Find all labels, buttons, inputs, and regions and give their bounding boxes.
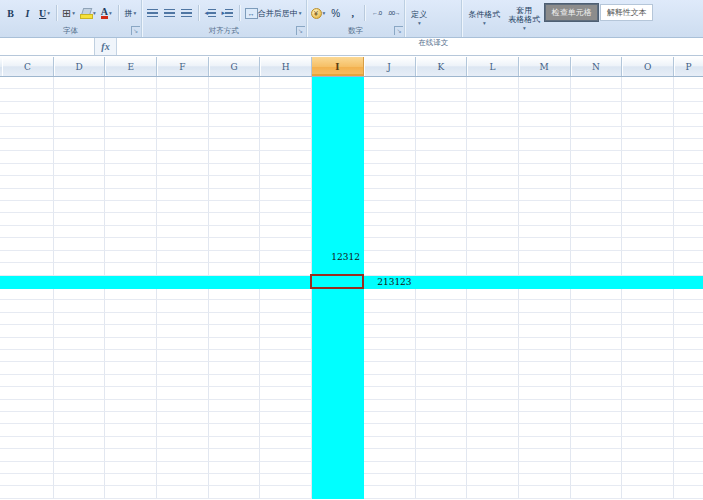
grid-cell[interactable]	[467, 449, 519, 461]
grid-cell[interactable]	[260, 449, 312, 461]
grid-cell[interactable]	[2, 139, 54, 151]
grid-cell[interactable]	[105, 486, 157, 498]
grid-cell[interactable]	[416, 114, 468, 126]
grid-cell[interactable]	[105, 114, 157, 126]
grid-cell[interactable]	[2, 226, 54, 238]
grid-cell[interactable]	[105, 176, 157, 188]
grid-cell[interactable]	[622, 350, 674, 362]
grid-cell[interactable]	[157, 313, 209, 325]
grid-cell[interactable]	[622, 127, 674, 139]
grid-cell[interactable]	[2, 350, 54, 362]
grid-cell[interactable]	[209, 313, 261, 325]
column-header-G[interactable]: G	[209, 57, 261, 76]
grid-cell[interactable]	[571, 89, 623, 101]
grid-cell[interactable]	[209, 412, 261, 424]
grid-cell[interactable]	[519, 486, 571, 498]
grid-cell[interactable]	[519, 189, 571, 201]
grid-cell[interactable]	[416, 238, 468, 250]
grid-cell[interactable]	[54, 77, 106, 89]
grid-cell[interactable]	[674, 164, 703, 176]
grid-cell[interactable]	[209, 151, 261, 163]
grid-cell[interactable]	[105, 77, 157, 89]
grid-cell[interactable]	[519, 400, 571, 412]
grid-cell[interactable]	[364, 251, 416, 263]
grid-cell[interactable]	[54, 486, 106, 498]
grid-cell[interactable]	[519, 176, 571, 188]
grid-cell[interactable]	[260, 102, 312, 114]
conditional-formatting-button[interactable]: 条件格式 ▾	[465, 2, 503, 36]
grid-cell[interactable]	[416, 362, 468, 374]
grid-cell[interactable]	[622, 437, 674, 449]
format-as-table-button[interactable]: 套用 表格格式 ▾	[505, 2, 543, 36]
grid-cell[interactable]	[467, 89, 519, 101]
grid-cell[interactable]	[519, 462, 571, 474]
grid-cell[interactable]	[571, 201, 623, 213]
grid-cell[interactable]	[364, 77, 416, 89]
grid-cell[interactable]	[209, 288, 261, 300]
grid-cell[interactable]	[2, 313, 54, 325]
grid-cell[interactable]	[364, 338, 416, 350]
grid-cell[interactable]	[105, 387, 157, 399]
grid-cell[interactable]	[209, 139, 261, 151]
grid-cell[interactable]	[571, 375, 623, 387]
grid-cell[interactable]	[105, 400, 157, 412]
grid-cell[interactable]	[157, 424, 209, 436]
grid-cell[interactable]	[260, 127, 312, 139]
grid-cell[interactable]	[105, 338, 157, 350]
grid-cell[interactable]	[571, 350, 623, 362]
grid-cell[interactable]	[519, 263, 571, 275]
grid-cell[interactable]	[519, 127, 571, 139]
grid-cell[interactable]	[674, 226, 703, 238]
grid-cell[interactable]	[571, 189, 623, 201]
grid-cell[interactable]	[467, 238, 519, 250]
grid-cell[interactable]	[105, 151, 157, 163]
grid-cell[interactable]	[105, 89, 157, 101]
grid-cell[interactable]	[105, 449, 157, 461]
grid-cell[interactable]	[364, 102, 416, 114]
grid-cell[interactable]	[2, 362, 54, 374]
grid-cell[interactable]	[674, 77, 703, 89]
grid-cell[interactable]	[622, 412, 674, 424]
grid-cell[interactable]	[105, 189, 157, 201]
grid-cell[interactable]	[571, 102, 623, 114]
grid-cell[interactable]	[364, 350, 416, 362]
grid-cell[interactable]	[519, 164, 571, 176]
grid-cell[interactable]	[157, 474, 209, 486]
grid-cell[interactable]	[364, 164, 416, 176]
grid-cell[interactable]	[157, 226, 209, 238]
grid-cell[interactable]	[209, 449, 261, 461]
grid-cell[interactable]	[157, 102, 209, 114]
grid-cell[interactable]	[2, 114, 54, 126]
grid-cell[interactable]	[674, 201, 703, 213]
grid-cell[interactable]	[364, 486, 416, 498]
grid-cell[interactable]	[467, 375, 519, 387]
grid-cell[interactable]	[260, 387, 312, 399]
grid-cell[interactable]	[209, 338, 261, 350]
cell-style-check-cell[interactable]: 检查单元格	[545, 4, 598, 21]
grid-cell[interactable]	[364, 462, 416, 474]
grid-cell[interactable]	[54, 213, 106, 225]
grid-cell[interactable]	[571, 139, 623, 151]
grid-cell[interactable]	[54, 387, 106, 399]
grid-cell[interactable]	[2, 338, 54, 350]
grid-cell[interactable]	[209, 127, 261, 139]
comma-style-button[interactable]: ,	[345, 5, 360, 22]
grid-cell[interactable]	[519, 300, 571, 312]
grid-cell[interactable]	[209, 201, 261, 213]
grid-cell[interactable]	[416, 263, 468, 275]
grid-cell[interactable]	[157, 176, 209, 188]
grid-cell[interactable]	[260, 412, 312, 424]
grid-cell[interactable]	[157, 437, 209, 449]
grid-cell[interactable]	[674, 462, 703, 474]
grid-cell[interactable]	[519, 139, 571, 151]
grid-cell[interactable]	[157, 127, 209, 139]
grid-cell[interactable]	[416, 139, 468, 151]
grid-cell[interactable]	[105, 300, 157, 312]
column-header-E[interactable]: E	[105, 57, 157, 76]
grid-cell[interactable]	[622, 164, 674, 176]
grid-cell[interactable]	[54, 325, 106, 337]
grid-cell[interactable]	[519, 325, 571, 337]
grid-cell[interactable]	[157, 338, 209, 350]
grid-cell[interactable]	[416, 400, 468, 412]
grid-cell[interactable]	[571, 462, 623, 474]
